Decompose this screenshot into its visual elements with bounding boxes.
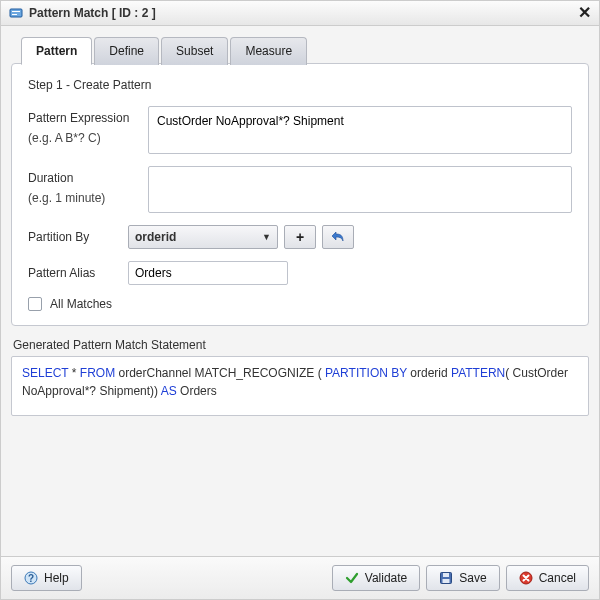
all-matches-label: All Matches [50, 297, 112, 311]
sql-keyword-as: AS [161, 384, 177, 398]
pattern-expression-input[interactable]: CustOrder NoApproval*? Shipment [148, 106, 572, 154]
tab-pattern[interactable]: Pattern [21, 37, 92, 65]
pattern-alias-label: Pattern Alias [28, 261, 128, 280]
svg-rect-1 [12, 11, 20, 12]
dialog-footer: ? Help Validate Save Cancel [1, 556, 599, 599]
check-icon [345, 571, 359, 585]
cancel-icon [519, 571, 533, 585]
validate-button[interactable]: Validate [332, 565, 420, 591]
tab-subset[interactable]: Subset [161, 37, 228, 65]
close-icon[interactable]: ✕ [578, 6, 591, 20]
floppy-icon [439, 571, 453, 585]
tabstrip: Pattern Define Subset Measure [11, 36, 589, 64]
pattern-expression-label: Pattern Expression (e.g. A B*? C) [28, 106, 148, 145]
save-button[interactable]: Save [426, 565, 499, 591]
dialog-title: Pattern Match [ ID : 2 ] [29, 6, 156, 20]
chevron-down-icon: ▼ [262, 232, 271, 242]
undo-button[interactable] [322, 225, 354, 249]
help-icon: ? [24, 571, 38, 585]
partition-by-select[interactable]: orderid ▼ [128, 225, 278, 249]
duration-input[interactable] [148, 166, 572, 214]
step-title: Step 1 - Create Pattern [28, 78, 572, 92]
pattern-match-dialog: Pattern Match [ ID : 2 ] ✕ Pattern Defin… [0, 0, 600, 600]
tab-define[interactable]: Define [94, 37, 159, 65]
tabpanel-pattern: Step 1 - Create Pattern Pattern Expressi… [11, 63, 589, 326]
all-matches-checkbox[interactable] [28, 297, 42, 311]
generated-statement-box: SELECT * FROM orderChannel MATCH_RECOGNI… [11, 356, 589, 416]
svg-text:?: ? [28, 573, 34, 584]
help-button[interactable]: ? Help [11, 565, 82, 591]
dialog-body: Pattern Define Subset Measure Step 1 - C… [1, 26, 599, 556]
sql-keyword-partition-by: PARTITION BY [325, 366, 407, 380]
svg-rect-7 [443, 579, 450, 583]
svg-rect-6 [443, 573, 449, 577]
tab-measure[interactable]: Measure [230, 37, 307, 65]
pattern-icon [9, 6, 23, 20]
svg-rect-0 [10, 9, 22, 17]
titlebar: Pattern Match [ ID : 2 ] ✕ [1, 1, 599, 26]
sql-keyword-select: SELECT [22, 366, 68, 380]
add-partition-button[interactable]: + [284, 225, 316, 249]
svg-rect-2 [12, 14, 17, 15]
cancel-button[interactable]: Cancel [506, 565, 589, 591]
generated-statement-label: Generated Pattern Match Statement [13, 338, 587, 352]
duration-label: Duration (e.g. 1 minute) [28, 166, 148, 205]
pattern-alias-input[interactable] [128, 261, 288, 285]
plus-icon: + [296, 229, 304, 245]
undo-icon [330, 230, 346, 244]
partition-by-label: Partition By [28, 225, 128, 244]
sql-keyword-from: FROM [80, 366, 115, 380]
sql-keyword-pattern: PATTERN [451, 366, 505, 380]
